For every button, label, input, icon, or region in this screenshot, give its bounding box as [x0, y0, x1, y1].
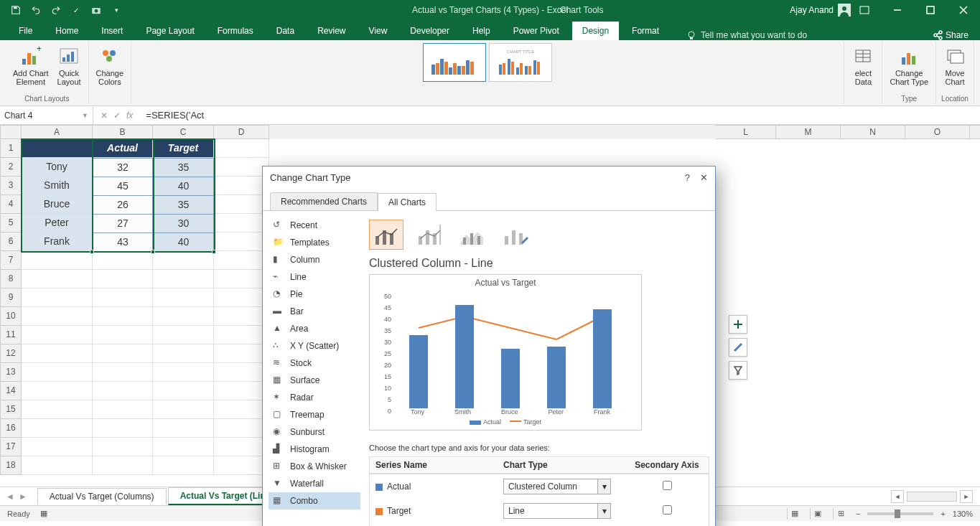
redo-icon[interactable]: [49, 3, 63, 17]
cell-D4[interactable]: [214, 195, 269, 214]
cell-C7[interactable]: [153, 251, 214, 270]
sheet-nav[interactable]: ◄ ►: [6, 492, 37, 502]
zoom-in-icon[interactable]: +: [941, 509, 945, 518]
secondary-axis-checkbox-target[interactable]: [663, 505, 672, 515]
cell-C8[interactable]: [153, 270, 214, 288]
chart-type-x-y-scatter-[interactable]: ∴X Y (Scatter): [269, 337, 360, 354]
sheet-nav-next-icon[interactable]: ►: [19, 492, 27, 502]
formula-text[interactable]: =SERIES('Act: [140, 110, 204, 121]
fx-icon[interactable]: fx: [126, 111, 133, 121]
cell-C9[interactable]: [153, 288, 214, 307]
quick-layout-button[interactable]: Quick Layout: [55, 43, 84, 88]
chart-type-column[interactable]: ▮Column: [269, 251, 360, 268]
tab-design[interactable]: Design: [572, 22, 619, 40]
cell-D5[interactable]: [214, 214, 269, 233]
add-chart-element-button[interactable]: + Add Chart Element: [10, 43, 52, 88]
cell-D17[interactable]: [214, 438, 269, 456]
hscroll-left[interactable]: ◄: [891, 490, 904, 503]
cell-B17[interactable]: [93, 438, 153, 456]
row-header-14[interactable]: 14: [0, 382, 22, 400]
chart-type-radar[interactable]: ✶Radar: [269, 389, 360, 406]
chart-type-combo[interactable]: ▦Combo: [269, 492, 360, 509]
dialog-close-icon[interactable]: ✕: [700, 172, 708, 183]
chart-type-select-actual[interactable]: Clustered Column▾: [503, 479, 611, 494]
change-colors-button[interactable]: Change Colors: [93, 43, 127, 88]
col-header-A[interactable]: A: [22, 125, 93, 139]
cell-B11[interactable]: [93, 326, 153, 344]
secondary-axis-checkbox-actual[interactable]: [663, 481, 672, 490]
undo-icon[interactable]: [29, 3, 43, 17]
cell-D1[interactable]: [214, 139, 269, 158]
chart-type-box-whisker[interactable]: ⊞Box & Whisker: [269, 458, 360, 475]
chart-type-bar[interactable]: ▬Bar: [269, 303, 360, 320]
sheet-tab-columns[interactable]: Actual Vs Target (Columns): [37, 488, 167, 504]
col-header-M[interactable]: M: [776, 125, 841, 139]
cell-C13[interactable]: [153, 363, 214, 382]
chart-type-waterfall[interactable]: ▼Waterfall: [269, 475, 360, 492]
tab-view[interactable]: View: [359, 22, 398, 40]
tab-page-layout[interactable]: Page Layout: [136, 22, 204, 40]
chart-type-pie[interactable]: ◔Pie: [269, 286, 360, 303]
cell-C11[interactable]: [153, 326, 214, 344]
cell-A8[interactable]: [22, 270, 93, 288]
cell-D8[interactable]: [214, 270, 269, 288]
camera-icon[interactable]: [89, 3, 103, 17]
chart-type-surface[interactable]: ▦Surface: [269, 372, 360, 389]
tab-help[interactable]: Help: [462, 22, 500, 40]
zoom-slider[interactable]: [867, 512, 933, 515]
chart-type-recent[interactable]: ↺Recent: [269, 217, 360, 234]
chart-type-sunburst[interactable]: ◉Sunburst: [269, 423, 360, 441]
tab-formulas[interactable]: Formulas: [207, 22, 263, 40]
row-header-8[interactable]: 8: [0, 270, 22, 288]
cell-A14[interactable]: [22, 382, 93, 400]
name-box-dropdown-icon[interactable]: ▼: [82, 112, 88, 119]
col-header-O[interactable]: O: [905, 125, 970, 139]
maximize-icon[interactable]: [914, 0, 947, 20]
cell-B14[interactable]: [93, 382, 153, 400]
cell-A10[interactable]: [22, 307, 93, 326]
cell-B8[interactable]: [93, 270, 153, 288]
row-header-11[interactable]: 11: [0, 326, 22, 344]
cell-B16[interactable]: [93, 419, 153, 438]
share-button[interactable]: Share: [933, 30, 969, 40]
sheet-nav-prev-icon[interactable]: ◄: [6, 492, 14, 502]
subtype-custom-combo[interactable]: [498, 220, 533, 250]
minimize-icon[interactable]: [881, 0, 914, 20]
row-header-4[interactable]: 4: [0, 195, 22, 214]
row-header-13[interactable]: 13: [0, 363, 22, 382]
row-header-12[interactable]: 12: [0, 344, 22, 363]
cell-D9[interactable]: [214, 288, 269, 307]
page-break-view-icon[interactable]: ⊞: [833, 508, 849, 520]
chart-type-histogram[interactable]: ▟Histogram: [269, 441, 360, 458]
cell-A11[interactable]: [22, 326, 93, 344]
cell-A15[interactable]: [22, 400, 93, 419]
row-header-10[interactable]: 10: [0, 307, 22, 326]
chart-type-line[interactable]: ⌁Line: [269, 268, 360, 286]
chart-elements-button[interactable]: [729, 315, 747, 334]
cancel-formula-icon[interactable]: ✕: [101, 111, 108, 121]
spellcheck-icon[interactable]: ✓: [69, 3, 83, 17]
hscroll-track[interactable]: [907, 492, 957, 502]
cell-C18[interactable]: [153, 456, 214, 475]
cell-D11[interactable]: [214, 326, 269, 344]
cell-C12[interactable]: [153, 344, 214, 363]
cell-C10[interactable]: [153, 307, 214, 326]
cell-C15[interactable]: [153, 400, 214, 419]
name-box[interactable]: Chart 4 ▼: [0, 106, 93, 124]
cell-A17[interactable]: [22, 438, 93, 456]
chart-type-templates[interactable]: 📁Templates: [269, 234, 360, 251]
tab-file[interactable]: File: [9, 22, 42, 40]
cell-D6[interactable]: [214, 233, 269, 251]
cell-D2[interactable]: [214, 158, 269, 177]
row-header-7[interactable]: 7: [0, 251, 22, 270]
tab-data[interactable]: Data: [266, 22, 304, 40]
cell-D13[interactable]: [214, 363, 269, 382]
cell-D15[interactable]: [214, 400, 269, 419]
select-data-button[interactable]: elect Data: [849, 43, 877, 88]
chart-style-1[interactable]: [423, 43, 486, 82]
chart-type-stock[interactable]: ≋Stock: [269, 354, 360, 372]
hscroll-right[interactable]: ►: [960, 490, 973, 503]
subtype-clustered-column-line[interactable]: [369, 220, 403, 250]
row-header-15[interactable]: 15: [0, 400, 22, 419]
col-header-P[interactable]: P: [970, 125, 980, 139]
